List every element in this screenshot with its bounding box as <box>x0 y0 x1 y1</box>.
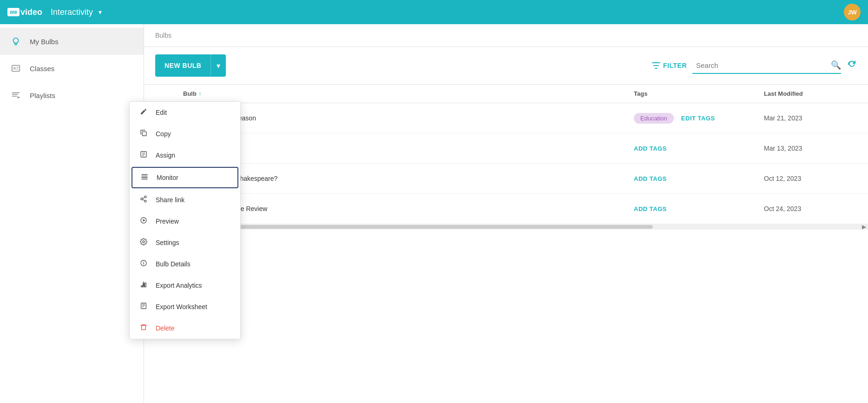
export-analytics-label: Export Analytics <box>156 282 202 289</box>
add-tags-button-2[interactable]: ADD TAGS <box>634 145 667 152</box>
preview-label: Preview <box>156 218 179 225</box>
sidebar-classes-label: Classes <box>30 65 54 73</box>
sidebar-playlists-label: Playlists <box>30 92 55 99</box>
copy-label: Copy <box>156 130 171 138</box>
row-1-tags: Education EDIT TAGS <box>634 113 764 124</box>
menu-item-delete[interactable]: Delete <box>130 317 240 339</box>
education-tag: Education <box>634 113 674 124</box>
toolbar-right: FILTER 🔍 <box>652 58 857 74</box>
horizontal-scrollbar[interactable]: ▶ <box>144 224 868 230</box>
search-container: 🔍 <box>692 58 841 74</box>
sort-icon: ↑ <box>198 90 202 97</box>
menu-item-preview[interactable]: Preview <box>130 211 240 232</box>
col-bulb[interactable]: Bulb ↑ <box>183 90 634 97</box>
filter-label: FILTER <box>663 62 687 69</box>
col-tags: Tags <box>634 90 764 97</box>
svg-point-14 <box>145 196 146 198</box>
table-row[interactable]: Science 101 ADD TAGS Mar 13, 2023 <box>144 133 868 164</box>
menu-item-settings[interactable]: Settings <box>130 232 240 253</box>
monitor-label: Monitor <box>157 174 178 181</box>
classes-icon <box>9 63 22 73</box>
export-analytics-icon <box>139 281 148 290</box>
row-3-title: Who Was William Shakespeare? <box>183 175 634 182</box>
row-4-title: William Shakespeare Review <box>183 205 634 212</box>
row-4-date: Oct 24, 2023 <box>764 205 857 212</box>
list-icon <box>140 173 149 182</box>
table-header: Bulb ↑ Tags Last Modified <box>144 85 868 103</box>
wevideo-logo[interactable]: we video <box>7 7 42 17</box>
filter-icon <box>652 62 660 69</box>
logo-video: video <box>20 7 42 17</box>
row-2-tags: ADD TAGS <box>634 144 764 152</box>
svg-point-2 <box>13 67 15 69</box>
new-bulb-button[interactable]: NEW BULB <box>155 54 210 77</box>
menu-item-copy[interactable]: Copy <box>130 123 240 145</box>
menu-item-bulb-details[interactable]: Bulb Details <box>130 253 240 275</box>
assign-label: Assign <box>156 152 175 159</box>
sidebar-item-my-bulbs[interactable]: My Bulbs <box>0 28 144 55</box>
table-row[interactable]: 5 Tips for Testing Season Education EDIT… <box>144 103 868 133</box>
share-link-label: Share link <box>156 196 184 204</box>
menu-item-monitor[interactable]: Monitor <box>132 167 238 188</box>
filter-button[interactable]: FILTER <box>652 62 687 69</box>
assign-icon <box>139 151 148 160</box>
col-bulb-label: Bulb <box>183 90 197 97</box>
scroll-right-arrow[interactable]: ▶ <box>862 224 866 230</box>
add-tags-button-3[interactable]: ADD TAGS <box>634 175 667 182</box>
settings-label: Settings <box>156 239 179 246</box>
sidebar-item-playlists[interactable]: Playlists <box>0 82 144 109</box>
menu-item-assign[interactable]: Assign <box>130 145 240 166</box>
top-navigation: we video Interactivity ▾ JW <box>0 0 868 24</box>
row-3-tags: ADD TAGS <box>634 174 764 183</box>
table-row[interactable]: Who Was William Shakespeare? ADD TAGS Oc… <box>144 164 868 194</box>
content-area: Bulbs NEW BULB ▾ FILTER 🔍 <box>144 24 868 403</box>
info-icon <box>139 259 148 269</box>
pencil-icon <box>139 108 148 117</box>
row-2-date: Mar 13, 2023 <box>764 145 857 152</box>
play-icon <box>139 217 148 226</box>
svg-rect-1 <box>12 66 20 72</box>
app-title: Interactivity <box>51 7 93 17</box>
edit-tags-button-1[interactable]: EDIT TAGS <box>681 115 715 122</box>
bulb-icon <box>9 36 22 46</box>
svg-point-16 <box>145 200 146 202</box>
menu-item-edit[interactable]: Edit <box>130 102 240 123</box>
table-container: Bulb ↑ Tags Last Modified 5 Tips for Tes… <box>144 85 868 403</box>
share-icon <box>139 195 148 205</box>
col-thumb <box>155 90 183 97</box>
add-tags-button-4[interactable]: ADD TAGS <box>634 205 667 212</box>
gear-icon <box>139 238 148 247</box>
search-icon[interactable]: 🔍 <box>831 60 841 70</box>
sidebar-item-classes[interactable]: Classes <box>0 55 144 82</box>
new-bulb-dropdown-button[interactable]: ▾ <box>210 54 226 77</box>
refresh-icon <box>847 59 857 70</box>
toolbar-left: NEW BULB ▾ <box>155 54 226 77</box>
context-menu: Edit Copy Assign Monitor <box>129 101 241 339</box>
row-4-tags: ADD TAGS <box>634 205 764 213</box>
menu-item-export-analytics[interactable]: Export Analytics <box>130 275 240 296</box>
sidebar-my-bulbs-label: My Bulbs <box>30 38 59 46</box>
delete-label: Delete <box>156 324 174 332</box>
edit-label: Edit <box>156 109 167 116</box>
row-2-title: Science 101 <box>183 145 634 152</box>
menu-item-export-worksheet[interactable]: Export Worksheet <box>130 296 240 317</box>
sidebar: My Bulbs Classes Playlists <box>0 24 144 403</box>
row-3-date: Oct 12, 2023 <box>764 175 857 182</box>
svg-point-0 <box>13 38 19 43</box>
svg-marker-3 <box>18 96 20 99</box>
user-avatar[interactable]: JW <box>844 4 861 20</box>
trash-icon <box>139 324 148 333</box>
table-row[interactable]: William Shakespeare Review ADD TAGS Oct … <box>144 194 868 224</box>
chevron-down-icon: ▾ <box>217 62 220 70</box>
export-worksheet-label: Export Worksheet <box>156 303 207 311</box>
menu-item-share-link[interactable]: Share link <box>130 189 240 211</box>
refresh-button[interactable] <box>847 59 857 72</box>
row-1-title: 5 Tips for Testing Season <box>183 114 634 122</box>
breadcrumb: Bulbs <box>144 24 868 47</box>
svg-rect-21 <box>141 303 146 309</box>
logo-we: we <box>7 8 20 16</box>
search-input[interactable] <box>692 59 831 71</box>
svg-point-15 <box>141 198 143 200</box>
app-title-dropdown[interactable]: ▾ <box>99 8 102 16</box>
copy-icon <box>139 129 148 139</box>
